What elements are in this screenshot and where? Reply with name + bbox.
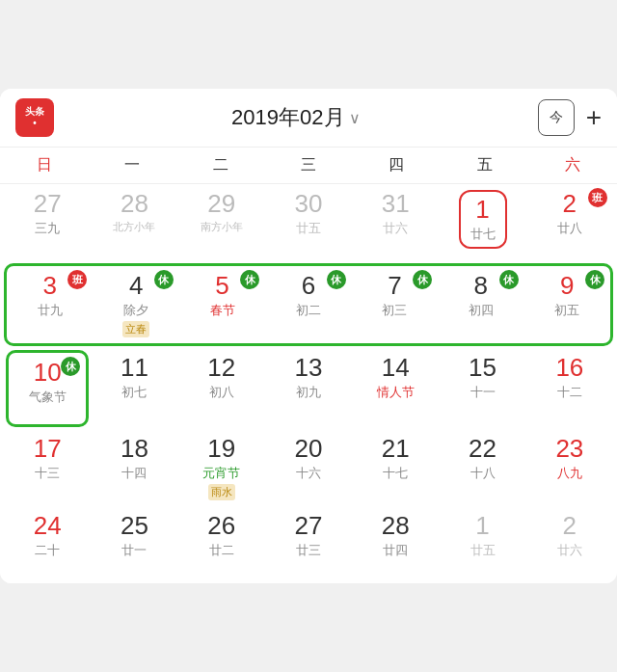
holiday-badge: 休 [240,270,259,289]
holiday-badge: 休 [61,357,80,376]
day-feb23[interactable]: 23 八九 [526,429,613,506]
day-lunar: 廿五 [470,542,496,559]
day-lunar: 三九 [35,220,60,237]
day-jan27[interactable]: 27 三九 [4,184,91,261]
day-lunar: 初四 [469,302,494,319]
day-feb9[interactable]: 休 9 初五 [524,266,610,343]
day-jan28[interactable]: 28 北方小年 [91,184,177,261]
day-number: 20 [295,435,323,463]
day-feb16[interactable]: 16 十二 [526,348,613,429]
day-number: 12 [207,354,235,382]
day-lunar: 廿九 [38,302,63,319]
day-feb19[interactable]: 19 元宵节 雨水 [178,429,265,506]
day-feb3[interactable]: 班 3 廿九 [7,266,93,343]
logo-dot: • [33,118,37,129]
day-lunar: 十三 [35,465,60,482]
day-feb5[interactable]: 休 5 春节 [179,266,265,343]
day-lunar: 除夕 [123,302,148,319]
holiday-badge: 休 [154,270,174,289]
week-row-0: 27 三九 28 北方小年 29 南方小年 30 廿五 31 廿六 [0,184,617,261]
add-button[interactable]: + [586,104,602,131]
day-number: 8 [474,272,488,300]
day-feb13[interactable]: 13 初九 [265,348,352,429]
day-lunar: 二十 [35,542,60,559]
day-lunar: 廿六 [383,220,408,237]
chevron-down-icon: ∨ [349,109,361,127]
day-feb18[interactable]: 18 十四 [91,429,177,506]
work-badge: 班 [588,188,607,207]
header: 头条 • 2019年02月 ∨ 今 + [0,89,617,148]
day-lunar: 十六 [296,465,321,482]
day-jan30[interactable]: 30 廿五 [265,184,352,261]
day-lunar: 八九 [557,465,582,482]
day-number: 11 [121,354,148,382]
day-number: 16 [555,354,583,382]
weekday-wed: 三 [264,148,352,183]
day-number: 31 [382,190,410,218]
day-lunar: 十四 [121,465,147,482]
day-feb24[interactable]: 24 二十 [4,506,91,583]
calendar-body: 27 三九 28 北方小年 29 南方小年 30 廿五 31 廿六 [0,184,617,583]
day-number: 23 [555,435,583,463]
day-mar2[interactable]: 2 廿六 [526,506,613,583]
day-number: 29 [207,190,235,218]
header-actions: 今 + [538,99,602,136]
day-feb17[interactable]: 17 十三 [4,429,91,506]
month-title[interactable]: 2019年02月 ∨ [231,103,360,132]
day-number: 2 [563,190,577,218]
solar-term: 雨水 [208,484,235,500]
day-feb26[interactable]: 26 廿二 [178,506,265,583]
day-lunar: 初二 [296,302,321,319]
day-number: 1 [475,512,489,540]
day-lunar: 元宵节 [202,465,240,482]
holiday-badge: 休 [413,270,432,289]
app-logo[interactable]: 头条 • [15,98,54,137]
holiday-week-row: 班 3 廿九 休 4 除夕 立春 休 5 春节 休 6 初二 [4,263,613,346]
day-jan31[interactable]: 31 廿六 [352,184,439,261]
calendar-app: 头条 • 2019年02月 ∨ 今 + 日 一 二 三 四 五 六 27 [0,89,617,583]
day-feb10[interactable]: 休 10 气象节 [6,350,89,427]
day-feb28[interactable]: 28 廿四 [352,506,439,583]
day-feb2[interactable]: 班 2 廿八 [526,184,613,261]
day-lunar: 初五 [554,302,579,319]
day-lunar: 情人节 [377,384,415,401]
day-lunar: 南方小年 [201,220,243,234]
week-row-4: 24 二十 25 廿一 26 廿二 27 廿三 28 廿四 1 廿五 [0,506,617,583]
day-number: 27 [34,190,62,218]
day-mar1[interactable]: 1 廿五 [439,506,525,583]
day-number: 24 [34,512,62,540]
day-feb21[interactable]: 21 十七 [352,429,439,506]
day-feb20[interactable]: 20 十六 [265,429,352,506]
day-number: 15 [469,354,496,382]
day-lunar: 十二 [557,384,582,401]
day-number: 4 [129,272,143,300]
day-feb22[interactable]: 22 十八 [439,429,525,506]
day-feb8[interactable]: 休 8 初四 [438,266,523,343]
weekday-tue: 二 [176,148,264,183]
day-feb7[interactable]: 休 7 初三 [352,266,438,343]
day-feb27[interactable]: 27 廿三 [265,506,352,583]
day-lunar: 气象节 [29,389,67,406]
day-number: 10 [34,359,62,387]
day-feb25[interactable]: 25 廿一 [91,506,177,583]
day-number: 26 [207,512,235,540]
day-number: 7 [388,272,401,300]
logo-text: 头条 [25,106,44,118]
day-number: 22 [469,435,496,463]
today-button[interactable]: 今 [538,99,575,136]
day-number: 18 [121,435,148,463]
day-number: 14 [382,354,410,382]
day-feb15[interactable]: 15 十一 [439,348,525,429]
day-number: 2 [563,512,577,540]
day-lunar: 廿五 [296,220,321,237]
day-jan29[interactable]: 29 南方小年 [178,184,265,261]
day-feb11[interactable]: 11 初七 [91,348,177,429]
day-feb1[interactable]: 1 廿七 [439,184,525,261]
day-feb4[interactable]: 休 4 除夕 立春 [93,266,178,343]
work-badge: 班 [67,270,87,289]
day-feb12[interactable]: 12 初八 [178,348,265,429]
day-number: 28 [121,190,148,218]
day-feb6[interactable]: 休 6 初二 [265,266,351,343]
day-lunar: 廿六 [557,542,582,559]
day-feb14[interactable]: 14 情人节 [352,348,439,429]
